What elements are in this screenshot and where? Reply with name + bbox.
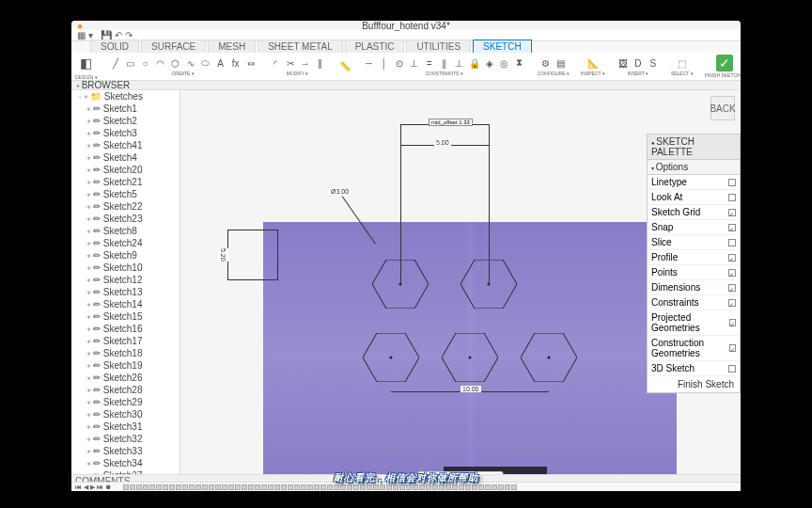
tree-item-sketch24[interactable]: 👁 ✏ Sketch24 [71, 237, 180, 249]
palette-option-look-at[interactable]: Look At [648, 190, 740, 205]
tree-sketches[interactable]: ▿👁 📁 Sketches [71, 90, 180, 103]
timeline-feature[interactable] [439, 484, 445, 490]
timeline-feature[interactable] [222, 484, 227, 490]
timeline-feature[interactable] [176, 484, 181, 490]
timeline-feature[interactable] [182, 484, 188, 490]
dim-width-top[interactable]: 5.00 [434, 139, 451, 146]
tree-item-sketch23[interactable]: 👁 ✏ Sketch23 [71, 213, 180, 225]
tree-item-sketch15[interactable]: 👁 ✏ Sketch15 [71, 310, 180, 323]
fillet-icon[interactable]: ◜ [269, 56, 282, 70]
conc-icon[interactable]: ◎ [498, 56, 511, 70]
timeline-feature[interactable] [143, 484, 148, 490]
tab-sheet metal[interactable]: SHEET METAL [258, 40, 343, 53]
tangent-icon[interactable]: ⊥ [408, 56, 421, 70]
timeline-feature[interactable] [511, 484, 517, 490]
timeline-feature[interactable] [426, 484, 431, 490]
timeline-feature[interactable] [242, 484, 247, 490]
timeline-feature[interactable] [478, 484, 484, 490]
browser-panel[interactable]: ▿👁 📁 Sketches👁 ✏ Sketch1👁 ✏ Sketch2👁 ✏ S… [71, 90, 180, 491]
tree-item-sketch18[interactable]: 👁 ✏ Sketch18 [71, 347, 180, 359]
tree-item-sketch26[interactable]: 👁 ✏ Sketch26 [71, 372, 180, 384]
svg-icon[interactable]: S [647, 56, 660, 70]
tree-item-sketch17[interactable]: 👁 ✏ Sketch17 [71, 335, 180, 347]
palette-option-sketch-grid[interactable]: Sketch Grid [648, 205, 740, 220]
timeline-feature[interactable] [472, 484, 477, 490]
timeline-control[interactable]: ⏺ [105, 484, 112, 490]
timeline-feature[interactable] [393, 484, 398, 490]
timeline-feature[interactable] [320, 484, 326, 490]
finish-icon[interactable]: ✓ [716, 55, 733, 71]
tree-item-sketch1[interactable]: 👁 ✏ Sketch1 [71, 103, 180, 115]
mirror-icon[interactable]: ⇔ [244, 56, 258, 70]
slot-icon[interactable]: ⬭ [199, 56, 212, 70]
timeline-feature[interactable] [307, 484, 313, 490]
timeline-feature[interactable] [505, 484, 510, 490]
spline-icon[interactable]: ∿ [184, 56, 197, 70]
palette-option-linetype[interactable]: Linetype [648, 175, 740, 190]
tree-item-sketch10[interactable]: 👁 ✏ Sketch10 [71, 262, 180, 274]
ruler-icon[interactable]: 📏 [338, 60, 351, 73]
tree-item-sketch31[interactable]: 👁 ✏ Sketch31 [71, 421, 180, 433]
timeline-feature[interactable] [498, 484, 504, 490]
palette-section[interactable]: ▾ Options [648, 160, 740, 175]
timeline-feature[interactable] [294, 484, 300, 490]
palette-option-slice[interactable]: Slice [648, 235, 740, 250]
palette-option-constraints[interactable]: Constraints [648, 295, 740, 310]
hexagon-4[interactable] [442, 333, 498, 382]
ribbon-label[interactable]: CONSTRAINTS ▾ [425, 71, 462, 76]
timeline-feature[interactable] [215, 484, 221, 490]
ribbon-label[interactable]: INSPECT ▾ [581, 71, 605, 76]
palette-option-construction-geometries[interactable]: Construction Geometries [648, 336, 740, 361]
timeline-feature[interactable] [130, 484, 135, 490]
tree-item-sketch29[interactable]: 👁 ✏ Sketch29 [71, 396, 180, 408]
tree-item-sketch3[interactable]: 👁 ✏ Sketch3 [71, 127, 180, 139]
palette-option-points[interactable]: Points [648, 265, 740, 280]
timeline-feature[interactable] [380, 484, 385, 490]
line-icon[interactable]: ╱ [109, 56, 122, 70]
timeline-feature[interactable] [340, 484, 346, 490]
timeline-feature[interactable] [149, 484, 155, 490]
tree-item-sketch32[interactable]: 👁 ✏ Sketch32 [71, 433, 180, 445]
hexagon-3[interactable] [363, 333, 419, 382]
tab-sketch[interactable]: SKETCH [473, 40, 532, 53]
fx-icon[interactable]: fx [229, 56, 242, 70]
dim-param[interactable]: mid_offset 1.33 [429, 119, 473, 126]
timeline-feature[interactable] [406, 484, 412, 490]
timeline-feature[interactable] [386, 484, 392, 490]
horiz-icon[interactable]: ─ [363, 56, 376, 70]
circle-icon[interactable]: ○ [139, 56, 152, 70]
hexagon-5[interactable] [521, 333, 577, 382]
tree-item-sketch19[interactable]: 👁 ✏ Sketch19 [71, 359, 180, 372]
timeline-feature[interactable] [169, 484, 175, 490]
mid-icon[interactable]: ◈ [483, 56, 496, 70]
dim-width-bottom[interactable]: 10.00 [461, 386, 481, 392]
arc-icon[interactable]: ◠ [154, 56, 167, 70]
timeline-feature[interactable] [334, 484, 339, 490]
equal-icon[interactable]: = [423, 56, 436, 70]
timeline-feature[interactable] [202, 484, 208, 490]
poly-icon[interactable]: ⬡ [169, 56, 182, 70]
dim-diameter[interactable]: Ø3.00 [329, 188, 351, 195]
timeline-feature[interactable] [235, 484, 241, 490]
timeline-feature[interactable] [261, 484, 267, 490]
finish-sketch-button[interactable]: Finish Sketch [648, 376, 740, 392]
ribbon-label[interactable]: CONFIGURE ▾ [538, 71, 570, 76]
tree-item-sketch13[interactable]: 👁 ✏ Sketch13 [71, 286, 180, 298]
timeline-feature[interactable] [301, 484, 306, 490]
tree-item-sketch33[interactable]: 👁 ✏ Sketch33 [71, 445, 180, 457]
timeline-feature[interactable] [445, 484, 451, 490]
timeline-feature[interactable] [367, 484, 372, 490]
tree-item-sketch21[interactable]: 👁 ✏ Sketch21 [71, 176, 180, 188]
timeline-feature[interactable] [209, 484, 214, 490]
tree-item-sketch4[interactable]: 👁 ✏ Sketch4 [71, 151, 180, 164]
tree-item-sketch20[interactable]: 👁 ✏ Sketch20 [71, 164, 180, 176]
dim-height[interactable]: 5.20 [218, 248, 228, 262]
tree-item-sketch34[interactable]: 👁 ✏ Sketch34 [71, 457, 180, 469]
tree-item-sketch14[interactable]: 👁 ✏ Sketch14 [71, 298, 180, 310]
timeline-feature[interactable] [465, 484, 471, 490]
timeline-feature[interactable] [347, 484, 352, 490]
perp-icon[interactable]: ⊥ [453, 56, 466, 70]
timeline-feature[interactable] [288, 484, 293, 490]
ribbon-label[interactable]: CREATE ▾ [171, 71, 194, 76]
timeline-feature[interactable] [268, 484, 273, 490]
